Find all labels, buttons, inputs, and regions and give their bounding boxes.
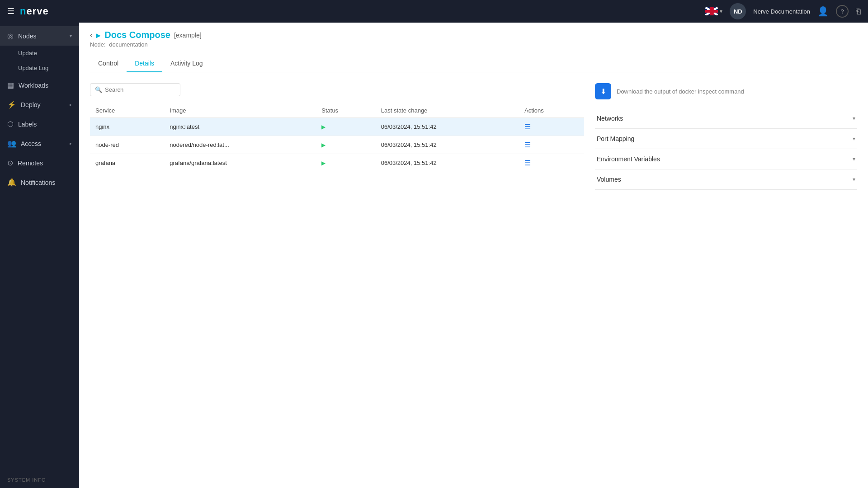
cell-image-1: nodered/node-red:lat...	[164, 136, 316, 154]
cell-status-2: ▶	[316, 154, 375, 172]
col-service: Service	[90, 103, 164, 118]
sidebar-item-update[interactable]: Update	[18, 46, 79, 61]
sidebar-item-workloads[interactable]: ▦ Workloads	[0, 75, 79, 95]
sidebar-item-update-log[interactable]: Update Log	[18, 61, 79, 75]
section-networks: Networks ▾	[595, 108, 857, 129]
sidebar-label-nodes: Nodes	[18, 33, 36, 40]
workloads-icon: ▦	[7, 81, 14, 89]
action-doc-button-0[interactable]: ☰	[524, 122, 531, 131]
cell-actions-2: ☰	[519, 154, 584, 172]
remotes-icon: ⊙	[7, 159, 13, 167]
uk-flag-icon	[705, 7, 718, 15]
deploy-icon: ⚡	[7, 100, 16, 109]
sidebar-item-deploy[interactable]: ⚡ Deploy ▸	[0, 95, 79, 114]
services-table: Service Image Status Last state change A…	[90, 103, 584, 172]
nodes-icon: ◎	[7, 32, 14, 40]
topnav-right: ▾ ND Nerve Documentation 👤 ? ⎗	[705, 3, 861, 19]
sidebar-label-deploy: Deploy	[21, 101, 41, 108]
action-doc-button-1[interactable]: ☰	[524, 141, 531, 149]
table-row: grafana grafana/grafana:latest ▶ 06/03/2…	[90, 154, 584, 172]
section-volumes: Volumes ▾	[595, 169, 857, 190]
cell-last-change-0: 06/03/2024, 15:51:42	[376, 118, 519, 136]
sidebar-label-remotes: Remotes	[18, 160, 43, 167]
tab-activity-log-label: Activity Log	[170, 60, 203, 67]
sidebar-label-notifications: Notifications	[21, 179, 55, 186]
cell-service-1: node-red	[90, 136, 164, 154]
sidebar-label-update: Update	[18, 50, 37, 56]
user-avatar[interactable]: ND	[730, 3, 746, 19]
logout-icon[interactable]: ⎗	[856, 7, 861, 16]
section-label-port-mapping: Port Mapping	[597, 135, 634, 142]
col-actions: Actions	[519, 103, 584, 118]
language-selector[interactable]: ▾	[705, 7, 722, 15]
deploy-arrow: ▸	[70, 102, 72, 107]
topnav: ☰ nerve ▾ ND Nerve Documentation 👤 ? ⎗	[0, 0, 868, 23]
system-info[interactable]: SYSTEM INFO	[0, 472, 79, 488]
section-env-vars: Environment Variables ▾	[595, 149, 857, 169]
breadcrumb: ‹ ▶ Docs Compose [example]	[90, 30, 857, 40]
tab-control-label: Control	[98, 60, 118, 67]
search-input[interactable]	[105, 86, 175, 93]
download-row: ⬇ Download the output of docker inspect …	[595, 83, 857, 99]
cell-service-0: nginx	[90, 118, 164, 136]
page-title: Docs Compose	[104, 30, 170, 40]
logo: nerve	[20, 5, 49, 17]
access-icon: 👥	[7, 139, 16, 148]
user-profile-icon[interactable]: 👤	[817, 6, 829, 17]
sidebar-item-notifications[interactable]: 🔔 Notifications	[0, 173, 79, 192]
help-icon[interactable]: ?	[836, 5, 849, 18]
section-header-env-vars[interactable]: Environment Variables ▾	[595, 149, 857, 169]
tab-activity-log[interactable]: Activity Log	[162, 55, 211, 72]
nodes-arrow: ▾	[70, 33, 72, 38]
section-port-mapping: Port Mapping ▾	[595, 129, 857, 149]
layout: ◎ Nodes ▾ Update Update Log ▦ Workloads …	[0, 23, 868, 488]
table-header: Service Image Status Last state change A…	[90, 103, 584, 118]
action-doc-button-2[interactable]: ☰	[524, 159, 531, 167]
section-header-volumes[interactable]: Volumes ▾	[595, 169, 857, 189]
left-panel: 🔍 Service Image Status Last state change…	[90, 83, 584, 477]
sidebar-item-remotes[interactable]: ⊙ Remotes	[0, 153, 79, 173]
menu-icon[interactable]: ☰	[7, 6, 14, 16]
table-body: nginx nginx:latest ▶ 06/03/2024, 15:51:4…	[90, 118, 584, 172]
cell-last-change-2: 06/03/2024, 15:51:42	[376, 154, 519, 172]
sidebar-label-labels: Labels	[18, 121, 37, 128]
cell-last-change-1: 06/03/2024, 15:51:42	[376, 136, 519, 154]
search-box[interactable]: 🔍	[90, 83, 180, 96]
doc-link[interactable]: Nerve Documentation	[753, 8, 810, 15]
tabs: Control Details Activity Log	[90, 55, 857, 72]
cell-image-0: nginx:latest	[164, 118, 316, 136]
sidebar-item-nodes[interactable]: ◎ Nodes ▾	[0, 26, 79, 46]
flag-vertical	[710, 7, 713, 15]
section-arrow-port-mapping: ▾	[853, 136, 855, 142]
section-header-networks[interactable]: Networks ▾	[595, 108, 857, 128]
sidebar-label-access: Access	[21, 140, 41, 147]
section-arrow-volumes: ▾	[853, 176, 855, 183]
section-arrow-networks: ▾	[853, 115, 855, 122]
download-button[interactable]: ⬇	[595, 83, 611, 99]
cell-status-0: ▶	[316, 118, 375, 136]
page-header: ‹ ▶ Docs Compose [example] Node: documen…	[79, 23, 868, 48]
play-icon: ▶	[96, 32, 101, 39]
node-label: Node:	[90, 41, 106, 48]
section-header-port-mapping[interactable]: Port Mapping ▾	[595, 129, 857, 149]
access-arrow: ▸	[70, 141, 72, 146]
table-row: node-red nodered/node-red:lat... ▶ 06/03…	[90, 136, 584, 154]
sidebar-item-labels[interactable]: ⬡ Labels	[0, 114, 79, 134]
status-play-icon-1: ▶	[321, 142, 326, 148]
node-value: documentation	[109, 41, 147, 48]
col-last-change: Last state change	[376, 103, 519, 118]
back-button[interactable]: ‹	[90, 31, 92, 39]
status-play-icon-2: ▶	[321, 160, 326, 166]
tab-details[interactable]: Details	[127, 55, 162, 72]
sidebar-item-access[interactable]: 👥 Access ▸	[0, 134, 79, 153]
cell-actions-0: ☰	[519, 118, 584, 136]
node-info: Node: documentation	[90, 41, 857, 48]
section-label-env-vars: Environment Variables	[597, 155, 660, 163]
avatar-initials: ND	[734, 8, 742, 15]
tab-control[interactable]: Control	[90, 55, 127, 72]
col-image: Image	[164, 103, 316, 118]
status-play-icon-0: ▶	[321, 124, 326, 130]
labels-icon: ⬡	[7, 120, 14, 128]
main-content: ‹ ▶ Docs Compose [example] Node: documen…	[79, 23, 868, 488]
cell-service-2: grafana	[90, 154, 164, 172]
